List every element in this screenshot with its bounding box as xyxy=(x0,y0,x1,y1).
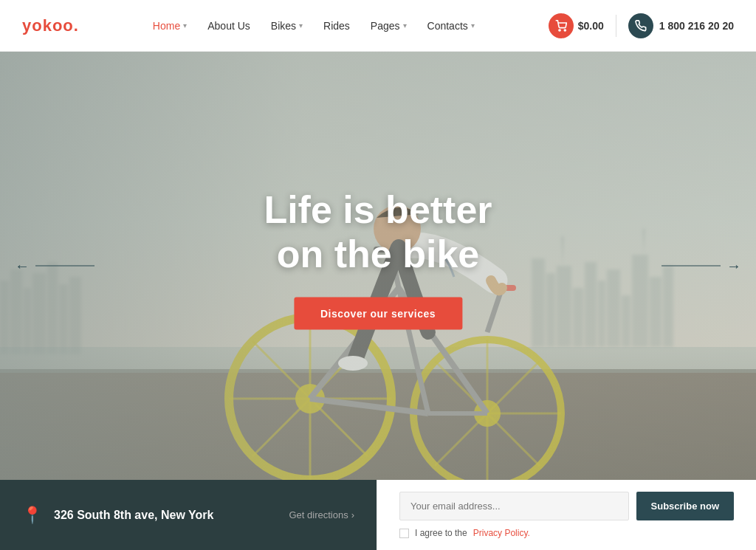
nav-home[interactable]: Home ▾ xyxy=(153,20,187,32)
svg-point-0 xyxy=(559,30,560,31)
nav-contacts[interactable]: Contacts ▾ xyxy=(427,20,475,32)
chevron-right-icon: › xyxy=(351,509,354,520)
arrow-line xyxy=(662,266,721,267)
bottom-bar: 📍 326 South 8th ave, New York Get direct… xyxy=(0,480,756,550)
subscribe-button[interactable]: Subscribe now xyxy=(636,492,734,520)
phone-number: 1 800 216 20 20 xyxy=(659,20,734,32)
address-section: 📍 326 South 8th ave, New York Get direct… xyxy=(0,480,377,550)
logo-dot: . xyxy=(74,16,79,35)
chevron-down-icon: ▾ xyxy=(403,21,407,30)
privacy-policy-link[interactable]: Privacy Policy. xyxy=(473,528,530,538)
privacy-text: I agree to the xyxy=(415,528,467,538)
address-text: 326 South 8th ave, New York xyxy=(54,509,213,522)
phone-button[interactable]: 1 800 216 20 20 xyxy=(628,13,734,38)
arrow-line xyxy=(35,266,94,267)
cart-button[interactable]: $0.00 xyxy=(549,13,604,38)
main-nav: Home ▾ About Us Bikes ▾ Rides Pages ▾ Co… xyxy=(153,20,475,32)
nav-rides[interactable]: Rides xyxy=(323,20,350,32)
header: yokoo. Home ▾ About Us Bikes ▾ Rides Pag… xyxy=(0,0,756,52)
location-pin-icon: 📍 xyxy=(22,506,42,525)
chevron-down-icon: ▾ xyxy=(183,21,187,30)
header-right: $0.00 1 800 216 20 20 xyxy=(549,13,734,38)
email-input[interactable] xyxy=(399,492,629,520)
privacy-row: I agree to the Privacy Policy. xyxy=(399,528,734,538)
cart-price: $0.00 xyxy=(578,20,604,32)
hero-title: Life is better on the bike xyxy=(264,188,492,277)
chevron-down-icon: ▾ xyxy=(299,21,303,30)
phone-icon-wrap xyxy=(628,13,653,38)
logo[interactable]: yokoo. xyxy=(22,16,79,35)
arrow-right-icon: → xyxy=(726,258,741,275)
logo-text: yokoo xyxy=(22,16,74,35)
hero-section: ← Life is better on the bike Discover ou… xyxy=(0,52,756,480)
nav-about[interactable]: About Us xyxy=(207,20,250,32)
get-directions-link[interactable]: Get directions › xyxy=(289,509,354,520)
nav-bikes[interactable]: Bikes ▾ xyxy=(271,20,303,32)
cart-icon-wrap xyxy=(549,13,574,38)
subscribe-row: Subscribe now xyxy=(399,492,734,520)
svg-point-1 xyxy=(564,30,566,31)
nav-pages[interactable]: Pages ▾ xyxy=(371,20,407,32)
phone-icon xyxy=(635,20,647,32)
prev-slide-button[interactable]: ← xyxy=(15,258,94,275)
chevron-down-icon: ▾ xyxy=(471,21,475,30)
discover-services-button[interactable]: Discover our services xyxy=(294,297,462,329)
arrow-left-icon: ← xyxy=(15,258,30,275)
subscribe-section: Subscribe now I agree to the Privacy Pol… xyxy=(377,480,756,550)
cart-icon xyxy=(555,20,567,32)
privacy-checkbox[interactable] xyxy=(399,529,409,538)
divider xyxy=(616,15,616,37)
hero-content: Life is better on the bike Discover our … xyxy=(264,188,492,330)
next-slide-button[interactable]: → xyxy=(662,258,741,275)
